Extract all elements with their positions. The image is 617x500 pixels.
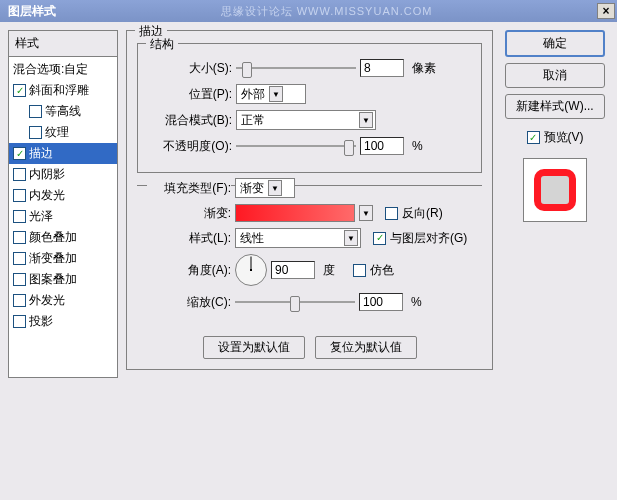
styles-list-panel: 样式 混合选项:自定 斜面和浮雕等高线纹理描边内阴影内发光光泽颜色叠加渐变叠加图… [8,30,118,378]
blend-mode-dropdown[interactable]: 正常 ▼ [236,110,376,130]
filltype-label: 填充类型(F): [147,180,231,197]
style-item[interactable]: 外发光 [9,290,117,311]
style-item[interactable]: 内阴影 [9,164,117,185]
angle-label: 角度(A): [147,262,231,279]
watermark: 思缘设计论坛 WWW.MISSYUAN.COM [221,4,433,19]
style-item-label: 渐变叠加 [29,250,77,267]
style-checkbox[interactable] [13,210,26,223]
scale-slider[interactable] [235,292,355,312]
filltype-dropdown[interactable]: 渐变 ▼ [235,178,295,198]
gradient-swatch[interactable] [235,204,355,222]
opacity-label: 不透明度(O): [148,138,232,155]
reverse-checkbox[interactable] [385,207,398,220]
scale-label: 缩放(C): [147,294,231,311]
style-item[interactable]: 渐变叠加 [9,248,117,269]
angle-dial[interactable] [235,254,267,286]
cancel-button[interactable]: 取消 [505,63,605,88]
styles-header[interactable]: 样式 [9,31,117,57]
style-checkbox[interactable] [13,147,26,160]
style-item[interactable]: 等高线 [9,101,117,122]
structure-group: 结构 大小(S): 像素 位置(P): 外部 ▼ 混合模式(B): [137,43,482,173]
style-item[interactable]: 投影 [9,311,117,332]
gradient-label: 渐变: [147,205,231,222]
style-item-label: 光泽 [29,208,53,225]
filltype-value: 渐变 [240,180,264,197]
preview-label: 预览(V) [544,129,584,146]
dither-label: 仿色 [370,262,394,279]
size-input[interactable] [360,59,404,77]
structure-label: 结构 [146,36,178,53]
style-checkbox[interactable] [13,84,26,97]
position-label: 位置(P): [148,86,232,103]
scale-unit: % [411,295,422,309]
chevron-down-icon: ▼ [268,180,282,196]
opacity-slider[interactable] [236,136,356,156]
style-item-label: 等高线 [45,103,81,120]
style-checkbox[interactable] [13,315,26,328]
style-checkbox[interactable] [13,168,26,181]
style-item[interactable]: 内发光 [9,185,117,206]
style-item-label: 描边 [29,145,53,162]
set-default-button[interactable]: 设置为默认值 [203,336,305,359]
blend-options-item[interactable]: 混合选项:自定 [9,59,117,80]
dialog-title: 图层样式 [2,3,56,20]
align-checkbox[interactable] [373,232,386,245]
align-label: 与图层对齐(G) [390,230,467,247]
style-item-label: 斜面和浮雕 [29,82,89,99]
position-value: 外部 [241,86,265,103]
position-dropdown[interactable]: 外部 ▼ [236,84,306,104]
style-checkbox[interactable] [13,294,26,307]
size-slider[interactable] [236,58,356,78]
style-item[interactable]: 纹理 [9,122,117,143]
new-style-button[interactable]: 新建样式(W)... [505,94,605,119]
fill-group: 填充类型(F): 渐变 ▼ 渐变: ▼ 反向(R) 样式(L): [137,185,482,328]
style-item[interactable]: 光泽 [9,206,117,227]
style-item[interactable]: 图案叠加 [9,269,117,290]
reset-default-button[interactable]: 复位为默认值 [315,336,417,359]
chevron-down-icon: ▼ [344,230,358,246]
size-unit: 像素 [412,60,436,77]
dither-checkbox[interactable] [353,264,366,277]
style-checkbox[interactable] [29,126,42,139]
close-icon: × [602,4,609,18]
preview-box [523,158,587,222]
chevron-down-icon: ▼ [269,86,283,102]
angle-unit: 度 [323,262,335,279]
scale-input[interactable] [359,293,403,311]
blend-mode-label: 混合模式(B): [148,112,232,129]
style-value: 线性 [240,230,340,247]
style-checkbox[interactable] [13,189,26,202]
style-label: 样式(L): [147,230,231,247]
style-item[interactable]: 描边 [9,143,117,164]
style-item-label: 图案叠加 [29,271,77,288]
style-item-label: 纹理 [45,124,69,141]
preview-checkbox[interactable] [527,131,540,144]
style-item-label: 颜色叠加 [29,229,77,246]
close-button[interactable]: × [597,3,615,19]
reverse-label: 反向(R) [402,205,443,222]
preview-shape [534,169,576,211]
chevron-down-icon: ▼ [359,112,373,128]
style-checkbox[interactable] [13,273,26,286]
style-checkbox[interactable] [13,252,26,265]
style-item[interactable]: 斜面和浮雕 [9,80,117,101]
style-item-label: 外发光 [29,292,65,309]
style-checkbox[interactable] [13,231,26,244]
style-checkbox[interactable] [29,105,42,118]
gradient-picker-arrow[interactable]: ▼ [359,205,373,221]
style-item-label: 内阴影 [29,166,65,183]
size-label: 大小(S): [148,60,232,77]
stroke-group: 描边 结构 大小(S): 像素 位置(P): 外部 ▼ 混 [126,30,493,370]
opacity-unit: % [412,139,423,153]
ok-button[interactable]: 确定 [505,30,605,57]
style-dropdown[interactable]: 线性 ▼ [235,228,361,248]
style-item-label: 投影 [29,313,53,330]
opacity-input[interactable] [360,137,404,155]
blend-mode-value: 正常 [241,112,355,129]
style-item[interactable]: 颜色叠加 [9,227,117,248]
style-item-label: 内发光 [29,187,65,204]
angle-input[interactable] [271,261,315,279]
